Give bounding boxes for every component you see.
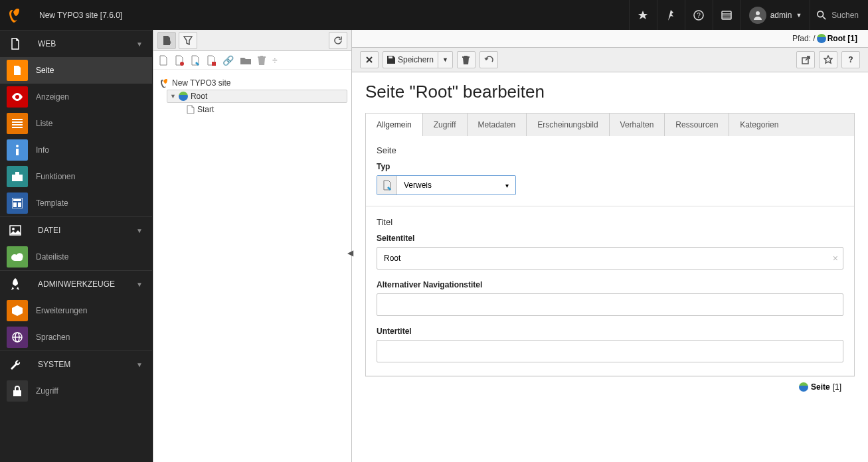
- tab-metadaten[interactable]: Metadaten: [468, 114, 527, 136]
- sidebar-item-anzeigen[interactable]: Anzeigen: [0, 84, 152, 110]
- sidebar-item-funktionen[interactable]: Funktionen: [0, 163, 152, 190]
- chevron-down-icon: ▼: [136, 361, 143, 368]
- module-group-datei[interactable]: DATEI ▼: [0, 217, 152, 244]
- delete-icon[interactable]: [258, 56, 266, 65]
- new-link-icon[interactable]: 🔗: [222, 55, 234, 66]
- svg-rect-11: [12, 124, 23, 125]
- tab-zugriff[interactable]: Zugriff: [423, 114, 468, 136]
- user-label: admin: [770, 11, 792, 20]
- topbar: New TYPO3 site [7.6.0] ? admin ▼: [0, 0, 868, 30]
- search-button[interactable]: Suchen: [810, 0, 868, 30]
- tab-ressourcen[interactable]: Ressourcen: [665, 114, 729, 136]
- help-context-button[interactable]: ?: [841, 51, 860, 68]
- close-button[interactable]: [360, 51, 379, 68]
- path-bar: Pfad: / Root [1]: [352, 30, 868, 47]
- collapse-icon[interactable]: ▼: [170, 93, 176, 100]
- filter-button[interactable]: [179, 32, 197, 49]
- svg-point-6: [756, 11, 760, 15]
- open-new-window-button[interactable]: [796, 51, 815, 68]
- site-title: New TYPO3 site [7.6.0]: [30, 11, 131, 20]
- new-folder-icon[interactable]: [240, 56, 251, 64]
- section-page-label: Seite: [377, 145, 843, 155]
- typo3-icon: [160, 78, 169, 88]
- new-notfound-icon[interactable]: [207, 55, 216, 66]
- sidebar-item-template[interactable]: Template: [0, 190, 152, 216]
- chevron-down-icon: ▼: [796, 12, 802, 19]
- module-group-adminwerkzeuge[interactable]: ADMINWERKZEUGE ▼: [0, 271, 152, 297]
- bookmark-button[interactable]: [629, 0, 657, 30]
- bookmark-page-button[interactable]: [819, 51, 837, 68]
- svg-rect-29: [212, 62, 216, 66]
- file-icon: [0, 38, 30, 50]
- input-navtitle[interactable]: [377, 293, 843, 316]
- avatar-icon: [749, 7, 766, 24]
- sidebar-item-erweiterungen[interactable]: Erweiterungen: [0, 297, 152, 324]
- search-icon: [817, 11, 826, 20]
- save-dropdown-button[interactable]: ▼: [438, 51, 453, 68]
- new-page-icon[interactable]: [159, 55, 168, 66]
- help-button[interactable]: ?: [685, 0, 713, 30]
- shortcut-type-icon: [377, 176, 397, 194]
- page-icon: [187, 105, 195, 114]
- sidebar-item-zugriff[interactable]: Zugriff: [0, 378, 152, 404]
- tab-verhalten[interactable]: Verhalten: [610, 114, 665, 136]
- tab-erscheinungsbild[interactable]: Erscheinungsbild: [527, 114, 609, 136]
- module-group-system[interactable]: SYSTEM ▼: [0, 351, 152, 378]
- tabs: Allgemein Zugriff Metadaten Erscheinungs…: [365, 113, 855, 136]
- application-info-button[interactable]: [713, 0, 740, 30]
- clear-input-button[interactable]: ×: [833, 253, 838, 264]
- chevron-down-icon: ▼: [136, 227, 143, 234]
- new-page-hide-icon[interactable]: [175, 55, 184, 66]
- delete-button[interactable]: [457, 51, 476, 68]
- globe-icon: [817, 34, 826, 43]
- typo3-logo-icon[interactable]: [0, 0, 30, 30]
- undo-button[interactable]: [479, 51, 498, 68]
- refresh-tree-button[interactable]: [329, 32, 347, 49]
- tab-kategorien[interactable]: Kategorien: [729, 114, 789, 136]
- tab-panel: Seite Typ Verweis ▾ Titel Seitentitel: [365, 136, 855, 376]
- content-pane: ◀ Pfad: / Root [1] Speichern ▼: [352, 30, 868, 462]
- sidebar-item-seite[interactable]: Seite: [0, 57, 152, 84]
- tree-node-start[interactable]: Start: [184, 103, 347, 116]
- footer-path: Seite [1]: [365, 376, 855, 397]
- splitter-handle[interactable]: ◀: [347, 246, 353, 260]
- input-subtitle[interactable]: [377, 340, 843, 362]
- label-type: Typ: [377, 162, 843, 171]
- divider-icon[interactable]: ÷: [272, 55, 278, 66]
- user-menu[interactable]: admin ▼: [740, 0, 810, 30]
- label-subtitle: Untertitel: [377, 327, 843, 336]
- sidebar-item-liste[interactable]: Liste: [0, 110, 152, 137]
- tree-root-node[interactable]: New TYPO3 site: [157, 76, 347, 90]
- svg-rect-19: [13, 202, 17, 207]
- type-select[interactable]: Verweis ▾: [377, 175, 516, 195]
- sidebar-item-sprachen[interactable]: Sprachen: [0, 324, 152, 350]
- tab-allgemein[interactable]: Allgemein: [366, 114, 423, 136]
- globe-icon: [7, 327, 28, 348]
- save-button[interactable]: Speichern: [383, 51, 438, 68]
- globe-icon: [179, 92, 188, 101]
- cache-button[interactable]: [657, 0, 685, 30]
- info-icon: [7, 139, 28, 161]
- new-shortcut-icon[interactable]: [191, 55, 200, 66]
- sidebar-item-dateiliste[interactable]: Dateiliste: [0, 244, 152, 270]
- lock-icon: [7, 380, 28, 402]
- tree-node-root[interactable]: ▼ Root: [167, 90, 347, 103]
- input-pagetitle[interactable]: [377, 247, 843, 270]
- save-icon: [387, 56, 395, 64]
- sidebar-item-info[interactable]: Info: [0, 137, 152, 163]
- chevron-down-icon: ▼: [136, 281, 143, 288]
- globe-icon: [799, 382, 808, 392]
- svg-rect-15: [12, 175, 23, 181]
- module-group-web[interactable]: WEB ▼: [0, 31, 152, 57]
- cloud-icon: [7, 246, 28, 268]
- image-icon: [0, 225, 30, 236]
- wrench-icon: [0, 359, 30, 370]
- tree-new-toolbar: 🔗 ÷: [153, 51, 351, 70]
- chevron-down-icon: ▼: [136, 40, 143, 48]
- tree-toolbar: +: [153, 30, 351, 51]
- page-tree-pane: + 🔗 ÷ New TYPO3 site ▼: [153, 30, 352, 462]
- page-heading: Seite "Root" bearbeiten: [365, 82, 855, 102]
- svg-rect-12: [12, 127, 23, 128]
- new-page-drag-button[interactable]: +: [157, 32, 176, 49]
- svg-point-7: [818, 11, 824, 17]
